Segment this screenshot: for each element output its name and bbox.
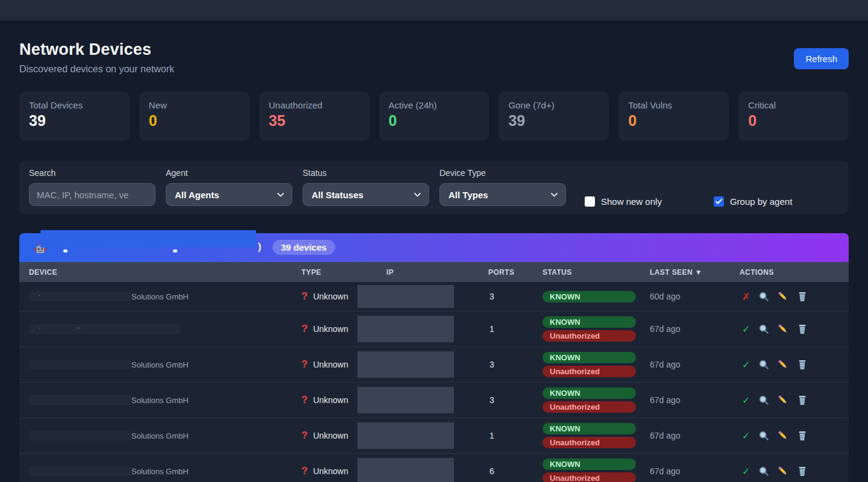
- show-new-only-label: Show new only: [601, 196, 662, 207]
- redacted-device-name: [29, 466, 131, 476]
- device-cell: · Solutions GmbH: [19, 292, 301, 301]
- chevron-down-icon: [277, 193, 284, 197]
- stat-card: New 0: [139, 92, 250, 141]
- magnifier-icon[interactable]: [758, 395, 769, 405]
- status-badge-unauthorized: Unauthorized: [542, 401, 636, 413]
- actions-cell: ✓: [740, 395, 849, 406]
- table-row[interactable]: · ·· ? Unknown 1 KNOWN Unauthorized 67d …: [19, 311, 849, 347]
- status-label: Status: [303, 168, 429, 178]
- toggle-known-icon[interactable]: ✗: [742, 291, 750, 302]
- group-by-agent-checkbox[interactable]: [714, 196, 724, 207]
- pencil-icon[interactable]: [778, 291, 788, 302]
- device-cell: Solutions GmbH: [19, 466, 301, 476]
- table-row[interactable]: Solutions GmbH ? Unknown 3 KNOWN Unautho…: [19, 383, 849, 418]
- unknown-type-icon: ?: [301, 358, 307, 371]
- device-type-select[interactable]: All Types: [439, 183, 566, 206]
- type-label: Unknown: [313, 431, 348, 440]
- status-cell: KNOWN Unauthorized: [542, 423, 650, 448]
- page-title: Network Devices: [19, 40, 174, 59]
- type-label: Unknown: [313, 466, 348, 476]
- status-badge-unauthorized: Unauthorized: [542, 366, 636, 377]
- stat-label: Gone (7d+): [508, 100, 599, 110]
- stat-value: 35: [269, 112, 360, 130]
- device-count-badge: 39 devices: [272, 240, 335, 255]
- col-actions: ACTIONS: [740, 268, 849, 277]
- stat-value: 39: [508, 112, 599, 130]
- magnifier-icon[interactable]: [758, 430, 769, 441]
- table-row[interactable]: · Solutions GmbH ? Unknown 3 KNOWN 60d a…: [19, 282, 849, 311]
- magnifier-icon[interactable]: [758, 466, 769, 477]
- device-cell: Solutions GmbH: [19, 431, 301, 440]
- trash-icon[interactable]: [797, 395, 808, 405]
- redacted-ip: [357, 387, 454, 413]
- toggle-known-icon[interactable]: ✓: [742, 430, 750, 442]
- toggle-known-icon[interactable]: ✓: [742, 324, 750, 335]
- pencil-icon[interactable]: [778, 430, 788, 441]
- pencil-icon[interactable]: [778, 466, 788, 477]
- stat-value: 0: [748, 112, 839, 130]
- status-badge-known: KNOWN: [542, 316, 636, 328]
- actions-cell: ✓: [740, 430, 849, 442]
- toggle-known-icon[interactable]: ✓: [742, 359, 750, 371]
- toggle-known-icon[interactable]: ✓: [742, 395, 750, 406]
- refresh-button[interactable]: Refresh: [794, 48, 849, 69]
- redacted-agent-name: [40, 230, 256, 248]
- status-cell: KNOWN Unauthorized: [542, 459, 650, 482]
- pencil-icon[interactable]: [778, 395, 788, 405]
- trash-icon[interactable]: [797, 466, 808, 477]
- trash-icon[interactable]: [797, 324, 808, 334]
- col-type: TYPE: [301, 268, 386, 277]
- show-new-only-checkbox-group[interactable]: Show new only: [585, 196, 662, 207]
- stat-label: Active (24h): [389, 100, 480, 110]
- agent-select-value: All Agents: [175, 190, 219, 200]
- device-vendor: Solutions GmbH: [131, 292, 189, 301]
- actions-cell: ✓: [740, 466, 849, 477]
- ports-cell: 3: [488, 360, 542, 369]
- agent-group-header[interactable]: ) 39 devices: [19, 233, 849, 262]
- stat-value: 0: [389, 112, 480, 130]
- trash-icon[interactable]: [797, 291, 808, 302]
- magnifier-icon[interactable]: [758, 324, 769, 334]
- col-last-seen[interactable]: LAST SEEN ▼: [650, 268, 740, 277]
- redacted-text-artifact: [173, 249, 177, 252]
- status-select[interactable]: All Statuses: [303, 183, 429, 206]
- agent-select[interactable]: All Agents: [166, 183, 292, 206]
- table-row[interactable]: Solutions GmbH ? Unknown 6 KNOWN Unautho…: [19, 454, 849, 482]
- pencil-icon[interactable]: [778, 359, 788, 370]
- devices-table-section: ) 39 devices DEVICE TYPE IP PORTS STATUS…: [19, 233, 849, 482]
- device-vendor: Solutions GmbH: [131, 431, 189, 440]
- show-new-only-checkbox[interactable]: [585, 196, 595, 207]
- table-row[interactable]: Solutions GmbH ? Unknown 3 KNOWN Unautho…: [19, 347, 849, 383]
- last-seen-cell: 60d ago: [650, 292, 740, 301]
- stat-card: Total Vulns 0: [618, 92, 729, 141]
- magnifier-icon[interactable]: [758, 291, 769, 302]
- stat-label: Total Vulns: [628, 100, 719, 110]
- status-cell: KNOWN Unauthorized: [542, 387, 650, 413]
- search-input[interactable]: [29, 183, 156, 206]
- page-header: Network Devices Discovered devices on yo…: [19, 40, 849, 75]
- last-seen-cell: 67d ago: [650, 395, 740, 405]
- device-vendor: Solutions GmbH: [131, 396, 189, 405]
- unknown-type-icon: ?: [301, 465, 307, 477]
- pencil-icon[interactable]: [778, 324, 788, 334]
- trash-icon[interactable]: [797, 359, 808, 370]
- last-seen-cell: 67d ago: [650, 431, 740, 440]
- status-badge-unauthorized: Unauthorized: [542, 330, 636, 342]
- unknown-type-icon: ?: [301, 394, 307, 406]
- table-row[interactable]: Solutions GmbH ? Unknown 1 KNOWN Unautho…: [19, 418, 849, 454]
- trash-icon[interactable]: [797, 430, 808, 441]
- stat-card: Gone (7d+) 39: [498, 92, 609, 141]
- magnifier-icon[interactable]: [758, 359, 769, 370]
- redacted-device-name: [29, 431, 131, 440]
- type-label: Unknown: [313, 324, 348, 334]
- status-badge-unauthorized: Unauthorized: [542, 472, 636, 482]
- actions-cell: ✗: [740, 291, 849, 302]
- group-by-agent-checkbox-group[interactable]: Group by agent: [714, 196, 792, 207]
- search-label: Search: [29, 168, 156, 178]
- chevron-down-icon: [551, 193, 558, 197]
- device-type-filter-group: Device Type All Types: [439, 168, 566, 206]
- stat-value: 0: [628, 112, 719, 130]
- toggle-known-icon[interactable]: ✓: [742, 466, 750, 477]
- stat-label: Critical: [748, 100, 839, 110]
- check-icon: [715, 199, 722, 204]
